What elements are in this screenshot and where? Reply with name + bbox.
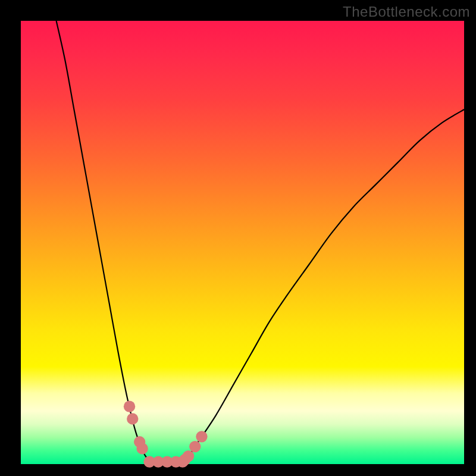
bottleneck-curve-left-branch xyxy=(57,21,154,464)
chart-frame: TheBottleneck.com xyxy=(0,0,476,476)
watermark-text: TheBottleneck.com xyxy=(343,4,470,20)
bottleneck-curve-right-branch xyxy=(180,109,464,464)
trough-marker-floor-4 xyxy=(177,456,188,467)
curve-layer xyxy=(21,21,464,464)
trough-marker-left-0 xyxy=(124,400,135,412)
plot-area xyxy=(21,21,464,464)
trough-marker-left-1 xyxy=(127,413,138,424)
trough-marker-left-3 xyxy=(136,443,148,454)
trough-marker-right-3 xyxy=(196,431,207,442)
trough-marker-right-2 xyxy=(189,441,201,452)
